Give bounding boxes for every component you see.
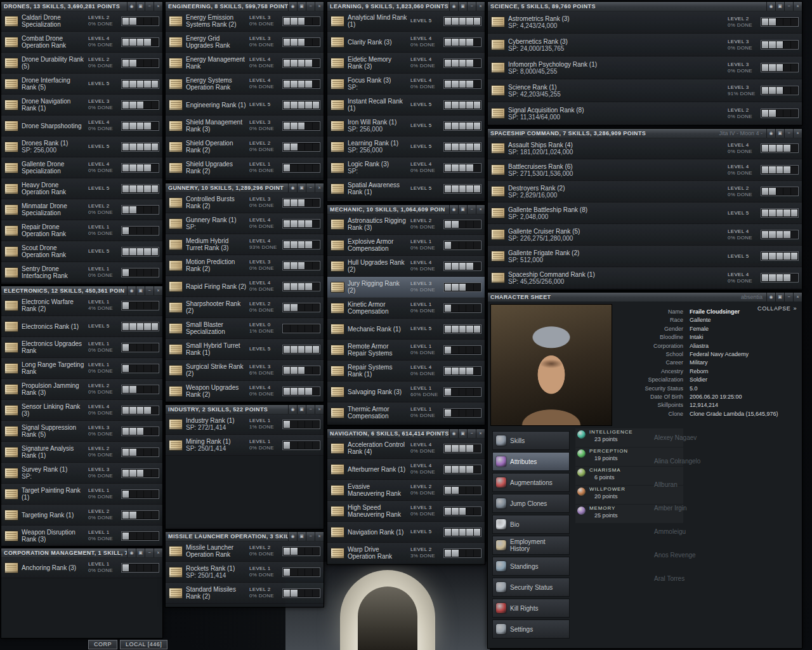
skill-row[interactable]: Kinetic Armor CompensationLEVEL 10% DONE — [327, 298, 485, 319]
skill-row[interactable]: Repair Drone Operation RankLEVEL 10% DON… — [1, 220, 162, 241]
skill-row[interactable]: Remote Armor Repair SystemsLEVEL 10% DON… — [327, 340, 485, 361]
skill-row[interactable]: Shield Management Rank (3)LEVEL 30% DONE — [166, 116, 324, 136]
skill-row[interactable]: Energy Management RankLEVEL 40% DONE — [166, 53, 324, 74]
skill-row[interactable]: Signature Analysis Rank (1)LEVEL 20% DON… — [1, 442, 162, 463]
skill-row[interactable]: Sharpshooter Rank (2)LEVEL 20% DONE — [166, 297, 324, 318]
minimize-icon[interactable]: − — [467, 2, 476, 11]
skill-row[interactable]: Repair Systems Rank (1)LEVEL 40% DONE — [327, 361, 485, 381]
stack-icon[interactable]: ▣ — [297, 183, 306, 192]
skill-row[interactable]: Astrometrics Rank (3)SP: 4,243/24,000LEV… — [488, 11, 802, 34]
skill-row[interactable]: Energy Grid Upgrades RankLEVEL 30% DONE — [166, 32, 324, 53]
skill-row[interactable]: Explosive Armor CompensationLEVEL 10% DO… — [327, 235, 485, 256]
window-titlebar[interactable]: MISSILE LAUNCHER OPERATION, 3 SKILL◉▣−× — [166, 532, 324, 541]
minimize-icon[interactable]: − — [306, 532, 315, 541]
skill-row[interactable]: Weapon Disruption Rank (3)LEVEL 10% DONE — [1, 526, 162, 546]
skill-row[interactable]: Combat Drone Operation RankLEVEL 40% DON… — [1, 32, 162, 53]
skill-row[interactable]: Astronautics Rigging Rank (3)LEVEL 20% D… — [327, 214, 485, 235]
skill-row[interactable]: Surgical Strike Rank (2)LEVEL 36% DONE — [166, 360, 324, 381]
close-icon[interactable]: × — [315, 2, 324, 11]
window-titlebar[interactable]: NAVIGATION, 6 SKILLS, 614,414 POINTS◉▣−× — [327, 429, 485, 439]
skill-row[interactable]: Electronics Rank (1)LEVEL 5 — [1, 316, 162, 337]
pin-icon[interactable]: ◉ — [449, 205, 458, 214]
skill-row[interactable]: Thermic Armor CompensationLEVEL 10% DONE — [327, 402, 485, 423]
menu-item-security-status[interactable]: Security Status — [492, 578, 570, 597]
menu-item-standings[interactable]: Standings — [492, 557, 570, 576]
minimize-icon[interactable]: − — [467, 205, 476, 214]
skill-row[interactable]: Drone Interfacing Rank (5)LEVEL 5 — [1, 74, 162, 95]
minimize-icon[interactable]: − — [306, 405, 315, 414]
minimize-icon[interactable]: − — [145, 548, 154, 557]
pin-icon[interactable]: ◉ — [288, 532, 297, 541]
skill-row[interactable]: Battlecruisers Rank (6)SP: 271,530/1,536… — [488, 159, 802, 181]
pin-icon[interactable]: ◉ — [449, 2, 458, 11]
skill-row[interactable]: Acceleration Control Rank (4)LEVEL 40% D… — [327, 438, 485, 459]
skill-row[interactable]: Drone Durability Rank (5)LEVEL 20% DONE — [1, 53, 162, 74]
skill-row[interactable]: Small Hybrid Turret Rank (1)LEVEL 5 — [166, 339, 324, 360]
skill-row[interactable]: Gallente Frigate Rank (2)SP: 512,000LEVE… — [488, 246, 802, 267]
corp-chat-button[interactable]: CORP — [88, 640, 117, 649]
skill-row[interactable]: Anchoring Rank (3)LEVEL 10% DONE — [1, 557, 162, 578]
skill-row[interactable]: Analytical Mind Rank (1)LEVEL 5 — [327, 11, 485, 32]
skill-row[interactable]: Electronics Upgrades RankLEVEL 10% DONE — [1, 337, 162, 358]
skill-row[interactable]: Targeting Rank (1)LEVEL 20% DONE — [1, 505, 162, 526]
menu-item-jump-clones[interactable]: Jump Clones — [492, 494, 570, 513]
window-titlebar[interactable]: CORPORATION MANAGEMENT, 1 SKILL, 7◉▣−× — [1, 548, 162, 558]
pin-icon[interactable]: ◉ — [766, 293, 775, 302]
minimize-icon[interactable]: − — [784, 129, 793, 138]
minimize-icon[interactable]: − — [784, 2, 793, 11]
skill-row[interactable]: Medium Hybrid Turret Rank (3)LEVEL 493% … — [166, 234, 324, 255]
skill-row[interactable]: Spaceship Command Rank (1)SP: 45,255/256… — [488, 267, 802, 289]
pin-icon[interactable]: ◉ — [288, 405, 297, 414]
skill-row[interactable]: Rockets Rank (1)SP: 250/1,414LEVEL 10% D… — [166, 562, 324, 583]
skill-row[interactable]: Warp Drive Operation RankLEVEL 23% DONE — [327, 543, 485, 564]
stack-icon[interactable]: ▣ — [297, 405, 306, 414]
skill-row[interactable]: Signal Suppression Rank (5)LEVEL 30% DON… — [1, 421, 162, 442]
skill-row[interactable]: Afterburner Rank (1)LEVEL 40% DONE — [327, 459, 485, 480]
local-chat-button[interactable]: LOCAL [446] — [120, 640, 167, 649]
skill-row[interactable]: Signal Acquisition Rank (8)SP: 11,314/64… — [488, 102, 802, 125]
menu-item-kill-rights[interactable]: Kill Rights — [492, 599, 570, 618]
skill-row[interactable]: Gallente Drone SpecializationLEVEL 40% D… — [1, 157, 162, 178]
skill-row[interactable]: Motion Prediction Rank (2)LEVEL 30% DONE — [166, 255, 324, 276]
window-titlebar[interactable]: INDUSTRY, 2 SKILLS, 522 POINTS◉▣−× — [166, 405, 324, 415]
stack-icon[interactable]: ▣ — [775, 129, 784, 138]
skill-row[interactable]: Missile Launcher Operation RankLEVEL 20%… — [166, 541, 324, 562]
window-titlebar[interactable]: LEARNING, 9 SKILLS, 1,823,060 POINTS◉▣−× — [327, 2, 485, 11]
skill-row[interactable]: Science Rank (1)SP: 42,203/45,255LEVEL 3… — [488, 79, 802, 102]
skill-row[interactable]: Iron Will Rank (1)SP: 256,000LEVEL 5 — [327, 116, 485, 136]
menu-item-attributes[interactable]: Attributes — [492, 452, 570, 471]
skill-row[interactable]: Rapid Firing Rank (2)LEVEL 40% DONE — [166, 276, 324, 297]
skill-row[interactable]: Salvaging Rank (3)LEVEL 160% DONE — [327, 381, 485, 402]
close-icon[interactable]: × — [793, 129, 802, 138]
minimize-icon[interactable]: − — [306, 183, 315, 192]
pin-icon[interactable]: ◉ — [766, 2, 775, 11]
skill-row[interactable]: Standard Missiles Rank (2)LEVEL 20% DONE — [166, 583, 324, 604]
skill-row[interactable]: Shield Upgrades Rank (2)LEVEL 10% DONE — [166, 157, 324, 178]
skill-row[interactable]: Energy Emission Systems Rank (2)LEVEL 30… — [166, 11, 324, 32]
window-titlebar[interactable]: DRONES, 13 SKILLS, 3,690,281 POINTS◉▣−× — [1, 2, 162, 11]
skill-row[interactable]: Gunnery Rank (1)SP:LEVEL 40% DONE — [166, 213, 324, 234]
stack-icon[interactable]: ▣ — [458, 2, 467, 11]
skill-row[interactable]: Eidetic Memory Rank (3)LEVEL 40% DONE — [327, 53, 485, 74]
close-icon[interactable]: × — [315, 532, 324, 541]
close-icon[interactable]: × — [154, 286, 162, 295]
skill-row[interactable]: Gallente Battleship Rank (8)SP: 2,048,00… — [488, 202, 802, 224]
pin-icon[interactable]: ◉ — [127, 286, 136, 295]
skill-row[interactable]: Focus Rank (3)SP:LEVEL 40% DONE — [327, 74, 485, 95]
skill-row[interactable]: Drones Rank (1)SP: 256,000LEVEL 5 — [1, 136, 162, 157]
skill-row[interactable]: Industry Rank (1)SP: 272/1,414LEVEL 11% … — [166, 414, 324, 435]
minimize-icon[interactable]: − — [145, 2, 154, 11]
pin-icon[interactable]: ◉ — [288, 183, 297, 192]
pin-icon[interactable]: ◉ — [288, 2, 297, 11]
pin-icon[interactable]: ◉ — [766, 129, 775, 138]
window-titlebar[interactable]: GUNNERY, 10 SKILLS, 1,289,296 POINT◉▣−× — [166, 183, 324, 193]
menu-item-settings[interactable]: Settings — [492, 620, 570, 639]
skill-row[interactable]: Navigation Rank (1)LEVEL 5 — [327, 522, 485, 543]
skill-row[interactable]: Gallente Cruiser Rank (5)SP: 226,275/1,2… — [488, 224, 802, 246]
window-titlebar[interactable]: SPACESHIP COMMAND, 7 SKILLS, 3,286,909 P… — [488, 129, 802, 138]
skill-row[interactable]: High Speed Maneuvering RankLEVEL 30% DON… — [327, 501, 485, 522]
close-icon[interactable]: × — [793, 2, 802, 11]
skill-row[interactable]: Electronic Warfare Rank (2)LEVEL 14% DON… — [1, 295, 162, 316]
close-icon[interactable]: × — [154, 548, 162, 557]
stack-icon[interactable]: ▣ — [297, 2, 306, 11]
